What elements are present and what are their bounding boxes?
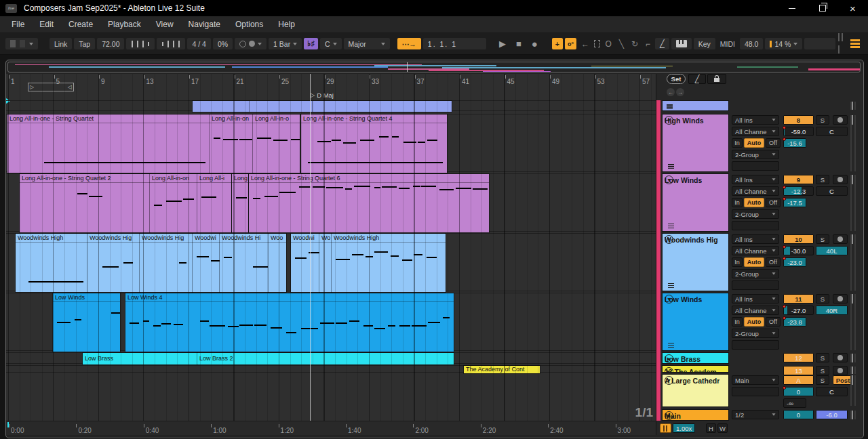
arm-button[interactable] [833, 366, 848, 375]
automation-value-field[interactable]: -23.0 [783, 257, 806, 267]
track-number-badge[interactable]: 8 [783, 115, 814, 125]
return-min-field[interactable]: -∞ [783, 398, 806, 408]
key-map-button[interactable]: Key [694, 38, 715, 49]
solo-button[interactable]: S [816, 115, 829, 125]
track-width-button[interactable]: W [717, 423, 728, 433]
punch-in-button[interactable]: ╲ [616, 39, 627, 49]
stop-button[interactable]: ■ [512, 39, 526, 49]
monitor-in[interactable]: In [732, 317, 743, 327]
root-note-menu[interactable]: C [320, 38, 342, 49]
arm-button[interactable] [833, 175, 848, 184]
track-number-badge[interactable]: 11 [783, 294, 814, 304]
record-button[interactable]: ● [528, 38, 542, 49]
input-type-menu[interactable]: All Ins [732, 234, 779, 244]
arrangement-clip[interactable]: Long All-i [197, 174, 231, 232]
automation-mode-button[interactable]: o° [565, 38, 576, 49]
monitor-in[interactable]: In [732, 257, 743, 267]
input-type-menu[interactable]: All Ins [732, 175, 779, 184]
track-header-low-winds[interactable]: ▼Low Winds [662, 173, 729, 232]
draw-pencil-button[interactable]: ╱ [655, 38, 669, 49]
arm-button[interactable] [833, 353, 848, 362]
quantize-menu[interactable]: 1 Bar [269, 38, 302, 49]
groove-amount-field[interactable]: 0% [213, 38, 233, 49]
volume-field[interactable]: -12.3 [783, 186, 814, 196]
empty-io-box[interactable] [732, 340, 779, 350]
arrangement-clip[interactable]: Long All-in-one - String Quartet [7, 114, 210, 173]
minimize-button[interactable] [776, 0, 807, 16]
input-channel-menu[interactable]: All Channe [732, 306, 779, 315]
track-header-13-the-academ[interactable]: ▶13 The Academ [662, 365, 729, 373]
track-header-main[interactable]: ▶Main [662, 409, 729, 421]
track-number-badge[interactable]: 10 [783, 234, 814, 244]
loop-button[interactable]: ↻ [629, 39, 641, 49]
solo-button[interactable]: S [816, 375, 829, 385]
bar-ruler[interactable]: 159131721252933374145495357 [6, 74, 656, 83]
solo-button[interactable]: S [816, 366, 829, 375]
arrangement-clip[interactable]: Wo [319, 234, 332, 292]
metronome-button[interactable] [235, 38, 267, 49]
audition-button[interactable] [660, 423, 671, 433]
output-menu[interactable]: 2-Group [732, 329, 779, 338]
track-number-badge[interactable]: 13 [783, 366, 814, 375]
arrangement-clip[interactable]: Long All-in-one - String Quartet 4 [301, 114, 447, 173]
monitor-auto[interactable]: Auto [744, 138, 764, 148]
monitor-off[interactable]: Off [766, 257, 781, 267]
pan-field[interactable]: 40L [816, 246, 848, 255]
return-volume-field[interactable]: 0 [783, 387, 814, 396]
arrangement-clip[interactable]: Woodwinds Hig [87, 234, 140, 292]
empty-io-box[interactable] [732, 221, 779, 230]
nudge-up-button[interactable] [157, 38, 185, 49]
follow-button[interactable]: ⋯→ [397, 38, 421, 49]
monitor-auto[interactable]: Auto [744, 257, 764, 267]
track-number-badge[interactable]: 9 [783, 175, 814, 184]
menu-navigate[interactable]: Navigate [181, 17, 228, 33]
input-channel-menu[interactable]: All Channe [732, 246, 779, 255]
midi-value-field[interactable]: 48.0 [740, 38, 763, 49]
prev-locator-button[interactable]: ← [667, 88, 675, 96]
track-header-high-winds[interactable]: ▼High Winds [662, 114, 729, 172]
arm-button[interactable] [833, 234, 848, 244]
arrangement-clip[interactable]: Low Winds [53, 293, 120, 352]
arrangement-position-field[interactable]: 1. 1. 1 [423, 38, 486, 49]
key-signature-button[interactable]: ♭♯ [304, 38, 318, 49]
arrangement-clip[interactable]: Low Winds 4 [125, 293, 454, 352]
arrangement-overview[interactable] [7, 62, 861, 72]
track-header-woodwinds-hig[interactable]: ▼Woodwinds Hig [662, 233, 729, 291]
hamburger-menu-icon[interactable] [848, 39, 863, 48]
monitor-off[interactable]: Off [766, 198, 781, 207]
volume-field[interactable]: -30.0 [783, 246, 814, 255]
volume-field[interactable]: -27.0 [783, 306, 814, 315]
arrangement-clip[interactable]: Long All-in-one - String Quartet 6 [249, 174, 489, 232]
empty-io-box[interactable] [732, 280, 779, 290]
lock-envelopes-button[interactable] [707, 74, 726, 84]
return-pan-field[interactable]: C [816, 387, 848, 396]
main-volume-field[interactable]: -6.0 [816, 410, 848, 419]
track-number-badge[interactable]: 12 [783, 353, 814, 362]
hide-tracks-button[interactable]: H [706, 423, 716, 433]
set-locator-button[interactable]: Set [667, 74, 686, 84]
arrangement-clip[interactable]: Long All-in-on [150, 174, 197, 232]
menu-file[interactable]: File [4, 17, 32, 33]
menu-edit[interactable]: Edit [32, 17, 61, 33]
track-header-mini[interactable] [662, 100, 729, 111]
arrangement-clip[interactable]: Woodwi [291, 234, 319, 292]
arrangement-clip[interactable]: The Academy of Cont [464, 366, 540, 373]
automation-value-field[interactable]: -15.6 [783, 138, 806, 148]
arrangement-clip[interactable]: Long All-in-one - String Quartet 2 [20, 174, 150, 232]
midi-map-button[interactable]: MIDI [717, 40, 738, 48]
time-ruler[interactable]: 0:000:200:401:001:201:402:002:202:403:00 [6, 421, 656, 435]
input-type-menu[interactable]: All Ins [732, 115, 779, 125]
automation-value-field[interactable]: -23.8 [783, 317, 806, 327]
monitor-off[interactable]: Off [766, 317, 781, 327]
input-type-menu[interactable]: All Ins [732, 294, 779, 304]
monitor-in[interactable]: In [732, 198, 743, 207]
track-header-a-large-cathedr[interactable]: ▼A Large Cathedr [662, 374, 729, 407]
cue-out-menu[interactable]: 1/2 [732, 410, 779, 419]
playback-speed-field[interactable]: 1.00x [673, 423, 695, 433]
empty-io-box[interactable] [732, 387, 779, 396]
pan-field[interactable]: 40R [816, 306, 848, 315]
cpu-load-meter[interactable]: 14 % [765, 38, 802, 49]
solo-button[interactable]: S [816, 294, 829, 304]
link-button[interactable]: Link [50, 38, 72, 49]
close-button[interactable]: × [837, 0, 868, 16]
